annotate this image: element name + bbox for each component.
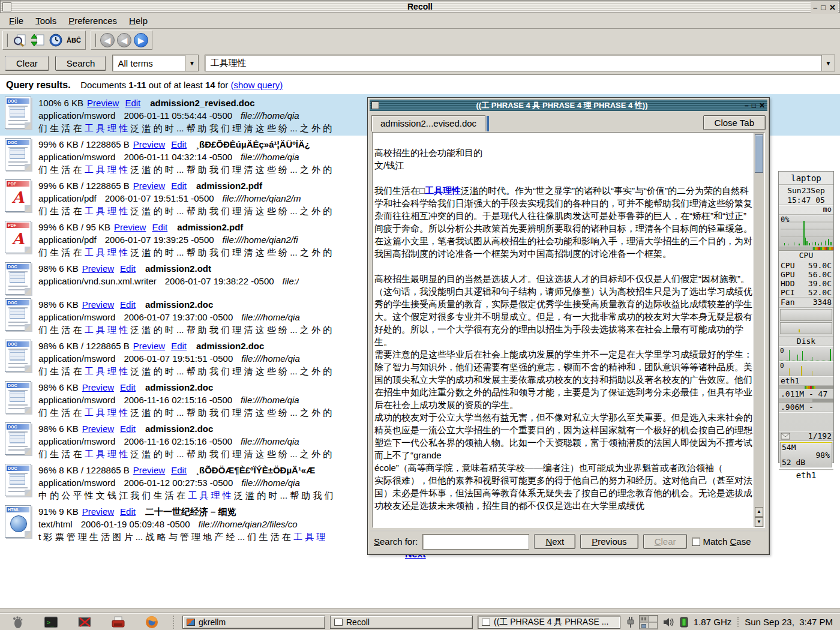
menu-help[interactable]: Help [124, 14, 153, 27]
chevron-down-icon[interactable]: ▼ [185, 55, 198, 71]
workspace-1[interactable] [640, 616, 649, 622]
search-input[interactable]: 工具理性 ▼ [205, 55, 835, 71]
gnome-menu-icon[interactable] [10, 615, 25, 629]
scroll-down-icon[interactable]: ▼ [755, 517, 763, 527]
result-url: file:/ [283, 276, 299, 286]
doc-file-icon: DOC [5, 298, 31, 331]
gkrellm-clock: Sun23Sep 15:47 05 [779, 185, 833, 205]
next-page-icon[interactable]: ▶ [134, 33, 148, 47]
terminal-icon[interactable]: >_ [43, 615, 59, 629]
preview-link[interactable]: Preview [82, 382, 114, 392]
task-window-icon [187, 619, 195, 626]
edit-link[interactable]: Edit [171, 139, 187, 149]
workspace-switcher[interactable] [639, 615, 658, 629]
workspace-3[interactable] [640, 622, 649, 629]
mail-readout: 1/192 [779, 431, 833, 441]
main-titlebar[interactable]: Recoll – □ ✕ [0, 0, 840, 13]
preview-link[interactable]: Preview [114, 222, 146, 232]
result-title: admission2.pdf [196, 181, 262, 191]
search-mode-select[interactable]: All terms ▼ [112, 55, 199, 71]
minimize-icon[interactable]: – [813, 3, 817, 12]
results-header: Query results. Documents 1-11 out of at … [0, 75, 840, 94]
edit-link[interactable]: Edit [120, 506, 136, 517]
firefox-icon[interactable] [144, 615, 160, 629]
result-snippet: 们 生 活 在 工 具 理 性 泛 滥 的 时 ... 帮 助 我 们 理 清 … [38, 323, 332, 336]
first-page-icon[interactable]: ◀ [100, 33, 115, 47]
workspace-4[interactable] [649, 622, 658, 629]
preview-scrollbar[interactable]: ▲ ▼ [754, 133, 764, 527]
result-date: 2006-01-07 19:51:51 -0500 [105, 193, 214, 203]
cpu-frequency-icon[interactable] [679, 616, 689, 628]
scroll-up-icon[interactable]: ▲ [755, 507, 763, 517]
typewriter-icon[interactable] [110, 615, 126, 629]
window-menu-icon[interactable] [2, 2, 11, 11]
term-explorer-icon[interactable]: ÅBĈ [66, 32, 82, 48]
task-button-gkrellm[interactable]: gkrellm [182, 616, 325, 629]
clear-button[interactable]: Clear [5, 56, 49, 71]
volume-icon[interactable] [662, 617, 674, 628]
preview-link[interactable]: Preview [133, 181, 165, 191]
preview-link[interactable]: Preview [82, 506, 114, 517]
edit-link[interactable]: Edit [152, 222, 167, 232]
workspace-2[interactable] [649, 616, 658, 622]
show-query-link[interactable]: (show query) [230, 80, 283, 90]
doc-file-icon: DOC [5, 464, 31, 496]
toolbar-grip[interactable] [7, 34, 8, 47]
doc-file-icon: DOC [5, 381, 31, 413]
preview-link[interactable]: Preview [82, 263, 114, 274]
edit-link[interactable]: Edit [120, 299, 136, 310]
search-button[interactable]: Search [55, 56, 107, 71]
result-relevance-size: 98% 6 KB / 1228865 B [38, 341, 130, 351]
preview-link[interactable]: Preview [82, 299, 114, 310]
menu-preferences[interactable]: Preferences [63, 14, 122, 27]
previous-page-icon[interactable]: ◀ [117, 33, 131, 47]
close-tab-button[interactable]: Close Tab [703, 115, 766, 130]
chevron-down-icon[interactable]: ▼ [821, 55, 835, 71]
scrollbar-thumb[interactable] [755, 134, 763, 173]
edit-link[interactable]: Edit [120, 263, 136, 274]
toolbar-grip[interactable] [95, 34, 97, 47]
doc-file-icon: DOC [5, 97, 31, 129]
result-snippet: 中 的 公 平 性 文 钱 江 我 们 生 活 在 工 具 理 性 泛 滥 的 … [38, 489, 334, 502]
task-button-recoll[interactable]: Recoll [330, 616, 473, 629]
edit-link[interactable]: Edit [125, 98, 140, 108]
sort-parameters-icon[interactable] [30, 32, 46, 48]
match-case-checkbox[interactable] [692, 538, 700, 546]
result-date: 2006-01-07 19:37:00 -0500 [124, 312, 233, 322]
close-icon[interactable]: ✕ [829, 3, 836, 12]
preview-link[interactable]: Preview [133, 465, 165, 475]
xkill-icon[interactable] [77, 615, 92, 629]
find-input[interactable] [422, 534, 529, 550]
preview-link[interactable]: Preview [133, 139, 165, 149]
result-relevance-size: 99% 6 KB / 95 KB [38, 222, 110, 232]
memory-panel: 54M 98% 52 dB [779, 441, 833, 470]
edit-link[interactable]: Edit [120, 424, 136, 434]
power-plug-icon[interactable] [626, 616, 635, 628]
edit-link[interactable]: Edit [171, 341, 187, 351]
result-url: file:///home/qia [241, 312, 300, 322]
menu-tools[interactable]: Tools [30, 14, 62, 27]
tab-admission2-revised-doc[interactable]: admission2...evised.doc [371, 115, 485, 131]
preview-titlebar[interactable]: ((工 PHRASE 4 具 PHRASE 4 理 PHRASE 4 性)) –… [370, 100, 767, 111]
window-menu-icon[interactable] [371, 101, 379, 109]
advanced-search-icon[interactable] [12, 32, 28, 48]
task-button-preview[interactable]: ((工 PHRASE 4 具 PHRASE ... [478, 616, 620, 629]
preview-link[interactable]: Preview [133, 341, 165, 351]
maximize-icon[interactable]: □ [821, 3, 826, 12]
eth1-tx-readout: .906M - 190 [779, 403, 833, 412]
find-previous-button[interactable]: Previous [580, 534, 638, 549]
maximize-icon[interactable]: □ [752, 101, 756, 110]
minimize-icon[interactable]: – [745, 101, 749, 110]
find-next-button[interactable]: Next [534, 534, 575, 549]
edit-link[interactable]: Edit [171, 181, 187, 191]
taskbar-separator[interactable] [173, 616, 176, 629]
preview-link[interactable]: Preview [82, 424, 114, 434]
eth1-bottom-label: eth1 [779, 470, 833, 481]
result-url: file:///home/qia [241, 152, 299, 162]
close-icon[interactable]: ✕ [759, 101, 765, 110]
edit-link[interactable]: Edit [171, 465, 187, 475]
document-history-icon[interactable] [48, 32, 64, 48]
edit-link[interactable]: Edit [120, 382, 136, 392]
preview-link[interactable]: Preview [87, 98, 119, 108]
menu-file[interactable]: File [4, 14, 29, 27]
